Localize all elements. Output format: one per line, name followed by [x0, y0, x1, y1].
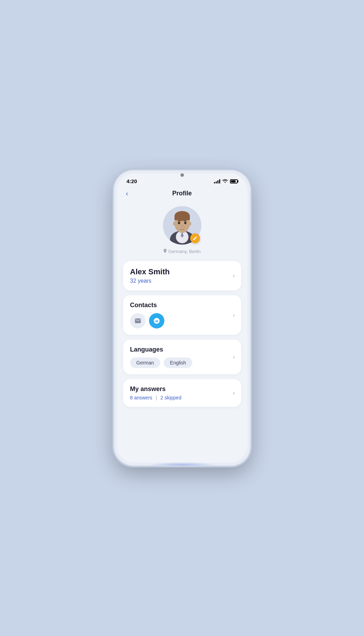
answers-title: My answers	[130, 385, 234, 393]
svg-point-8	[178, 222, 180, 224]
contacts-card-chevron: ›	[233, 312, 235, 318]
email-icon	[134, 317, 141, 324]
answers-stats: 8 answers | 2 skipped	[130, 395, 234, 400]
phone-frame: 4:20	[114, 171, 250, 465]
contacts-title: Contacts	[130, 302, 234, 309]
back-button[interactable]: ‹	[123, 188, 131, 199]
avatar-section: Germany, Berlin	[123, 203, 241, 261]
svg-point-11	[188, 222, 191, 226]
user-age: 32 years	[130, 278, 234, 284]
status-icons	[214, 179, 238, 184]
languages-title: Languages	[130, 346, 234, 353]
page-title: Profile	[172, 190, 192, 197]
name-card-chevron: ›	[233, 273, 235, 279]
battery-icon	[230, 179, 238, 183]
contacts-card[interactable]: Contacts ›	[123, 295, 241, 335]
page-header: ‹ Profile	[123, 186, 241, 203]
camera-notch	[180, 173, 184, 177]
svg-point-10	[173, 222, 176, 226]
name-card[interactable]: Alex Smith 32 years ›	[123, 261, 241, 290]
pencil-icon	[193, 236, 198, 241]
phone-screen: 4:20	[117, 173, 247, 463]
user-name: Alex Smith	[130, 267, 234, 276]
answers-separator: |	[156, 395, 157, 400]
content-area: ‹ Profile	[117, 186, 247, 463]
battery-fill	[231, 180, 236, 182]
email-button[interactable]	[130, 313, 146, 328]
answers-card[interactable]: My answers 8 answers | 2 skipped ›	[123, 379, 241, 407]
location-icon	[163, 249, 167, 254]
languages-card[interactable]: Languages German English ›	[123, 340, 241, 374]
answers-count: 8 answers	[130, 395, 153, 400]
wifi-icon	[222, 179, 228, 184]
language-tags: German English	[130, 357, 234, 368]
avatar-wrapper	[163, 206, 201, 245]
language-tag-german: German	[130, 357, 161, 368]
location-text: Germany, Berlin	[163, 249, 201, 254]
svg-point-9	[184, 222, 186, 224]
svg-rect-7	[174, 216, 190, 220]
telegram-icon	[153, 317, 160, 324]
location-label: Germany, Berlin	[168, 249, 201, 254]
contact-icons	[130, 313, 234, 328]
answers-card-chevron: ›	[233, 390, 235, 396]
language-tag-english: English	[164, 357, 192, 368]
status-time: 4:20	[127, 178, 137, 184]
languages-card-chevron: ›	[233, 354, 235, 360]
telegram-button[interactable]	[149, 313, 164, 328]
skipped-count: 2 skipped	[161, 395, 181, 400]
edit-avatar-button[interactable]	[190, 233, 200, 243]
signal-icon	[214, 179, 220, 183]
